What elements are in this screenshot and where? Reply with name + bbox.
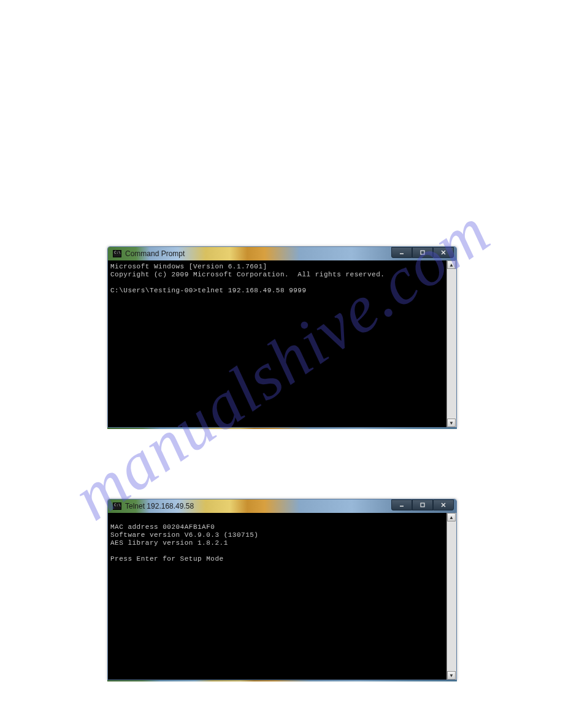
scrollbar[interactable]: ▲ ▼ (446, 513, 456, 680)
cmd-icon (113, 502, 121, 510)
scroll-down-icon[interactable]: ▼ (447, 419, 456, 427)
close-button[interactable] (433, 499, 454, 510)
terminal-output[interactable]: MAC address 00204AFB1AF0 Software versio… (108, 513, 446, 680)
window-controls (391, 247, 454, 258)
maximize-button[interactable] (412, 499, 433, 510)
scroll-up-icon[interactable]: ▲ (447, 513, 456, 521)
command-prompt-window: Command Prompt Microsoft Windows [Versio… (107, 246, 457, 428)
window-title: Telnet 192.168.49.58 (125, 502, 194, 510)
scroll-up-icon[interactable]: ▲ (447, 260, 456, 269)
maximize-button[interactable] (412, 247, 433, 258)
titlebar[interactable]: Command Prompt (108, 247, 456, 260)
svg-rect-5 (421, 503, 424, 507)
titlebar[interactable]: Telnet 192.168.49.58 (108, 499, 456, 513)
scroll-down-icon[interactable]: ▼ (447, 671, 456, 680)
minimize-button[interactable] (391, 247, 412, 258)
terminal-area: Microsoft Windows [Version 6.1.7601] Cop… (108, 260, 456, 427)
cmd-icon (113, 250, 121, 257)
svg-rect-1 (421, 251, 424, 254)
close-button[interactable] (433, 247, 454, 258)
scroll-track[interactable] (447, 522, 456, 670)
scrollbar[interactable]: ▲ ▼ (446, 260, 456, 427)
title-left: Telnet 192.168.49.58 (108, 502, 194, 510)
telnet-window: Telnet 192.168.49.58 MAC address 00204AF… (107, 499, 457, 680)
window-controls (391, 499, 454, 510)
scroll-track[interactable] (447, 270, 456, 418)
title-left: Command Prompt (108, 249, 185, 258)
terminal-area: MAC address 00204AFB1AF0 Software versio… (108, 513, 456, 680)
minimize-button[interactable] (391, 499, 412, 510)
window-title: Command Prompt (125, 249, 185, 258)
terminal-output[interactable]: Microsoft Windows [Version 6.1.7601] Cop… (108, 260, 446, 427)
